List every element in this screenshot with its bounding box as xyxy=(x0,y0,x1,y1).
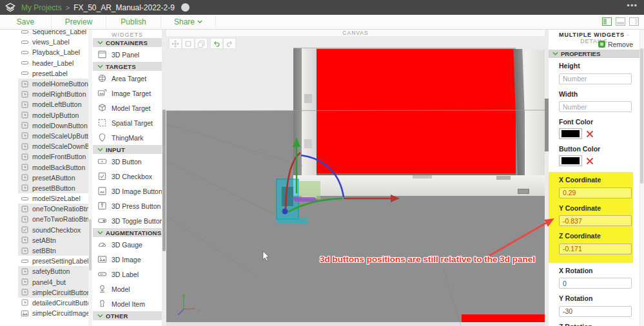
layout-bottom-panel-icon[interactable] xyxy=(616,17,625,26)
tree-item-presetlabel[interactable]: presetLabel xyxy=(18,68,92,79)
tree-item-modelfrontbutton[interactable]: modelFrontButton xyxy=(18,151,92,162)
details-scrollbar-thumb[interactable] xyxy=(640,48,643,184)
x-rotation-input[interactable] xyxy=(559,278,632,289)
tree-item-playback-label[interactable]: Playback_Label xyxy=(18,47,92,57)
font-color-clear-icon[interactable] xyxy=(586,130,594,138)
properties-section-header[interactable]: PROPERTIES xyxy=(549,50,639,58)
canvas-3d-view[interactable]: CANVAS 3d buttons positions are still re… xyxy=(166,30,545,326)
tree-item-onetotworatiobtn[interactable]: oneToTwoRatioBtn xyxy=(18,214,92,224)
layout-right-panel-icon[interactable] xyxy=(629,17,639,26)
tree-item-modelrightbutton[interactable]: modelRightButton xyxy=(18,89,92,99)
undo-icon xyxy=(213,40,220,48)
widget-item-3d-toggle-button[interactable]: 3D Toggle Button xyxy=(93,213,162,228)
y-coordinate-input[interactable] xyxy=(559,215,632,226)
widget-item-3d-image[interactable]: 3D Image xyxy=(93,252,162,267)
widget-item-image-target[interactable]: Image Target xyxy=(93,86,162,101)
widget-item-3d-panel[interactable]: 3D Panel xyxy=(93,47,162,62)
tree-item-presetabutton[interactable]: presetAButton xyxy=(18,173,92,183)
widget-item-spatial-target[interactable]: Spatial Target xyxy=(93,115,162,130)
widget-item-3d-press-button[interactable]: 3D Press Button xyxy=(93,198,162,213)
widget-item-3d-checkbox[interactable]: 3D Checkbox xyxy=(93,169,162,184)
copy-tool-button[interactable] xyxy=(182,38,195,49)
y-rotation-input[interactable] xyxy=(559,306,632,317)
redo-button[interactable] xyxy=(223,38,236,49)
widget-section-augmentations[interactable]: AUGMENTATIONS xyxy=(93,228,162,237)
widget-item-3d-button[interactable]: 3D Button xyxy=(93,154,162,169)
tree-item-views-label[interactable]: views_Label xyxy=(18,37,92,47)
tree-item-presetsettinglabel[interactable]: presetSettingLabel xyxy=(18,256,92,266)
widget-item-model-item[interactable]: Model Item xyxy=(93,296,162,311)
tree-item-modelhomebutton[interactable]: modelHomeButton xyxy=(18,79,92,89)
tree-item-detailedcircuitbutton[interactable]: detailedCircuitButton xyxy=(18,298,92,308)
button-color-clear-icon[interactable] xyxy=(586,157,594,165)
widget-section-other[interactable]: OTHER xyxy=(93,311,162,320)
widget-section-input[interactable]: INPUT xyxy=(93,145,162,154)
save-button[interactable]: Save xyxy=(0,15,52,29)
label-icon xyxy=(21,30,29,36)
canvas-horizontal-scrollbar[interactable] xyxy=(166,322,545,326)
button-icon xyxy=(21,205,29,213)
tree-item-simplecircuitimage[interactable]: simpleCircuitImage xyxy=(18,308,92,318)
tree-scrollbar[interactable] xyxy=(88,30,92,326)
tree-item-sequences-label[interactable]: Sequences_Label xyxy=(18,30,92,37)
tree-item-modelsizelabel[interactable]: modelSizeLabel xyxy=(18,193,92,204)
x-coordinate-input[interactable] xyxy=(559,187,632,198)
tree-scrollbar-thumb[interactable] xyxy=(89,219,92,271)
publish-button[interactable]: Publish xyxy=(106,15,161,29)
widget-item-area-target[interactable]: Area Target xyxy=(93,71,162,86)
annotation-text: 3d buttons positions are still relative … xyxy=(315,254,540,264)
y-coordinate-field: Y Coordinate xyxy=(559,204,624,227)
widget-item-thingmark[interactable]: ThingMark xyxy=(93,130,162,145)
widget-item-label: Spatial Target xyxy=(112,119,153,127)
widgets-scrollbar-thumb[interactable] xyxy=(162,110,166,251)
tree-item-modeldownbutton[interactable]: modelDownButton xyxy=(18,120,92,131)
widget-item-model[interactable]: Model xyxy=(93,282,162,296)
move-tool-icon xyxy=(171,40,179,48)
duplicate-tool-button[interactable] xyxy=(195,38,208,49)
button-icon xyxy=(21,163,29,171)
widget-item-label: ThingMark xyxy=(112,134,144,142)
tree-item-modelscaledownbutton[interactable]: modelScaleDownButton xyxy=(18,141,92,151)
tree-item-label: presetSettingLabel xyxy=(32,257,89,265)
layout-left-panel-icon[interactable] xyxy=(602,17,612,26)
preview-button[interactable]: Preview xyxy=(52,15,106,29)
3d-panel-widget[interactable] xyxy=(317,49,516,174)
tree-item-setbbtn[interactable]: setBBtn xyxy=(18,245,92,256)
widget-section-containers[interactable]: CONTAINERS xyxy=(93,38,162,47)
undo-button[interactable] xyxy=(210,38,223,49)
height-input[interactable] xyxy=(559,73,632,84)
tree-item-header-label[interactable]: header_Label xyxy=(18,58,92,68)
share-button[interactable]: Share xyxy=(161,15,216,29)
tree-item-label: modelFrontButton xyxy=(32,153,86,160)
widget-item-label: 3D Image Button xyxy=(112,187,162,195)
tree-item-modelleftbutton[interactable]: modelLeftButton xyxy=(18,99,92,110)
width-input[interactable] xyxy=(559,101,632,112)
tree-item-modelupbutton[interactable]: modelUpButton xyxy=(18,110,92,120)
z-coordinate-input[interactable] xyxy=(559,244,632,254)
move-tool-button[interactable] xyxy=(169,38,182,49)
widget-item-3d-image-button[interactable]: 3D Image Button xyxy=(93,184,162,198)
tree-item-setabtn[interactable]: setABtn xyxy=(18,235,92,245)
font-color-field: Font Color xyxy=(559,118,630,139)
widget-item-model-target[interactable]: Model Target xyxy=(93,101,162,115)
tree-item-safetybutton[interactable]: safetyButton xyxy=(18,266,92,276)
tree-item-onetooneratiobtn[interactable]: oneToOneRatioBtn xyxy=(18,204,92,214)
more-menu-icon[interactable]: ••• xyxy=(627,1,638,10)
tree-item-label: modelUpButton xyxy=(32,111,79,119)
tree-item-soundcheckbox[interactable]: soundCheckbox xyxy=(18,225,92,235)
tree-item-modelbackbutton[interactable]: modelBackButton xyxy=(18,162,92,172)
toggle-button-icon xyxy=(97,216,107,225)
tree-item-modelscaleupbutton[interactable]: modelScaleUpButton xyxy=(18,131,92,141)
breadcrumb-separator: > xyxy=(66,4,70,12)
tree-item-simplecircuitbutton[interactable]: simpleCircuitButton xyxy=(18,287,92,298)
widget-section-targets[interactable]: TARGETS xyxy=(93,62,162,71)
button-color-swatch[interactable] xyxy=(559,155,582,166)
tree-item-panel4-but[interactable]: panel4_but xyxy=(18,277,92,287)
breadcrumb-my-projects[interactable]: My Projects xyxy=(21,3,62,12)
widget-item-partial-widget-icon[interactable] xyxy=(93,320,162,326)
tree-item-label: simpleCircuitImage xyxy=(32,309,90,317)
font-color-swatch[interactable] xyxy=(559,128,582,139)
widget-item-3d-gauge[interactable]: 3D Gauge xyxy=(93,237,162,252)
widget-item-3d-label[interactable]: 3D Label xyxy=(93,267,162,282)
tree-item-presetbbutton[interactable]: presetBButton xyxy=(18,183,92,193)
